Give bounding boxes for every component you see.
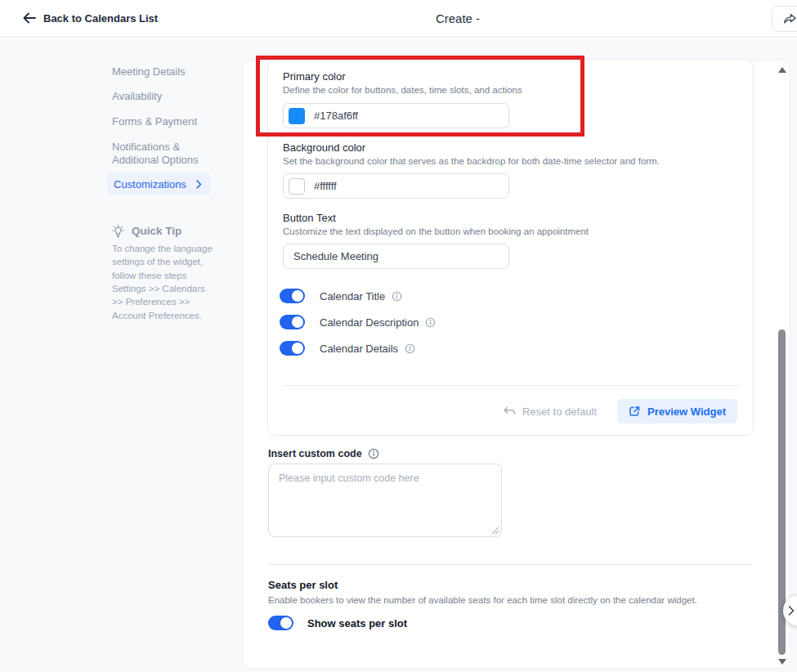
external-link-icon bbox=[629, 405, 640, 417]
calendar-details-toggle[interactable] bbox=[280, 341, 305, 356]
quick-tip-header: Quick Tip bbox=[111, 224, 181, 238]
calendar-description-label: Calendar Description bbox=[320, 316, 419, 329]
chevron-right-icon bbox=[196, 180, 202, 189]
reset-to-default-button[interactable]: Reset to default bbox=[503, 405, 597, 418]
quick-tip-title: Quick Tip bbox=[132, 225, 181, 237]
show-seats-label: Show seats per slot bbox=[307, 617, 407, 629]
toggle-row-calendar-details: Calendar Details bbox=[280, 341, 415, 356]
scrollbar-up-arrow-icon[interactable] bbox=[778, 67, 786, 73]
undo-icon bbox=[503, 405, 516, 417]
background-color-value-field[interactable] bbox=[314, 180, 469, 192]
back-link-label: Back to Calendars List bbox=[43, 12, 158, 25]
back-arrow-icon bbox=[23, 12, 36, 24]
button-text-description: Customize the text displayed on the butt… bbox=[283, 226, 589, 236]
chevron-right-icon bbox=[788, 606, 795, 616]
preview-widget-label: Preview Widget bbox=[647, 405, 726, 418]
lightbulb-icon bbox=[111, 224, 125, 238]
show-seats-toggle[interactable] bbox=[268, 616, 293, 630]
calendar-title-toggle[interactable] bbox=[280, 289, 305, 303]
card-divider bbox=[283, 385, 739, 386]
primary-color-label: Primary color bbox=[283, 70, 346, 83]
background-color-description: Set the background color that serves as … bbox=[283, 156, 660, 166]
calendar-description-toggle[interactable] bbox=[280, 315, 305, 329]
button-text-label: Button Text bbox=[283, 212, 336, 224]
info-icon[interactable] bbox=[368, 448, 379, 459]
custom-code-label: Insert custom code bbox=[268, 448, 362, 459]
calendar-create-page: Back to Calendars List Create - Meeting … bbox=[0, 0, 797, 672]
custom-code-textarea[interactable] bbox=[268, 464, 502, 537]
preview-widget-button[interactable]: Preview Widget bbox=[617, 399, 737, 423]
section-divider bbox=[268, 564, 752, 565]
calendar-title-label: Calendar Title bbox=[320, 290, 385, 302]
scrollbar-down-arrow-icon[interactable] bbox=[778, 659, 786, 665]
toggle-label: Calendar Description bbox=[320, 316, 436, 329]
info-icon[interactable] bbox=[425, 317, 436, 328]
toggle-row-calendar-description: Calendar Description bbox=[280, 315, 436, 329]
background-color-input[interactable] bbox=[283, 173, 509, 199]
toggle-row-calendar-title: Calendar Title bbox=[280, 289, 402, 303]
seats-per-slot-description: Enable bookers to view the number of ava… bbox=[268, 595, 697, 605]
seats-toggle-row: Show seats per slot bbox=[268, 616, 407, 630]
primary-color-input[interactable] bbox=[283, 103, 509, 128]
info-icon[interactable] bbox=[405, 343, 415, 354]
back-to-calendars-link[interactable]: Back to Calendars List bbox=[23, 0, 158, 36]
customizations-card: Primary color Define the color for butto… bbox=[267, 59, 754, 436]
card-footer: Reset to default Preview Widget bbox=[268, 399, 753, 423]
toggle-label: Calendar Title bbox=[320, 290, 402, 302]
quick-tip-body: To change the language settings of the w… bbox=[112, 242, 214, 322]
background-color-label: Background color bbox=[283, 141, 365, 154]
sidebar-item-meeting-details[interactable]: Meeting Details bbox=[112, 65, 186, 78]
custom-code-label-row: Insert custom code bbox=[268, 448, 379, 459]
sidebar-item-label: Customizations bbox=[114, 178, 186, 190]
share-forward-icon bbox=[783, 12, 797, 25]
button-text-field[interactable] bbox=[293, 250, 449, 262]
primary-color-description: Define the color for buttons, dates, tim… bbox=[283, 85, 522, 95]
share-button[interactable] bbox=[772, 6, 797, 32]
primary-color-value-field[interactable] bbox=[314, 110, 469, 122]
sidebar-item-forms-payment[interactable]: Forms & Payment bbox=[112, 115, 197, 128]
reset-label: Reset to default bbox=[522, 405, 597, 418]
info-icon[interactable] bbox=[392, 291, 402, 302]
top-header: Back to Calendars List Create - bbox=[0, 0, 797, 37]
toggle-label: Calendar Details bbox=[320, 343, 415, 355]
page-title: Create - bbox=[436, 0, 480, 36]
sidebar-item-notifications[interactable]: Notifications & Additional Options bbox=[112, 141, 204, 167]
seats-per-slot-label: Seats per slot bbox=[268, 579, 338, 591]
primary-color-swatch[interactable] bbox=[289, 108, 305, 124]
calendar-details-label: Calendar Details bbox=[320, 343, 398, 355]
background-color-swatch[interactable] bbox=[289, 178, 305, 195]
button-text-input[interactable] bbox=[283, 244, 509, 269]
sidebar-item-customizations[interactable]: Customizations bbox=[107, 173, 211, 195]
sidebar-item-availability[interactable]: Availability bbox=[112, 90, 162, 103]
